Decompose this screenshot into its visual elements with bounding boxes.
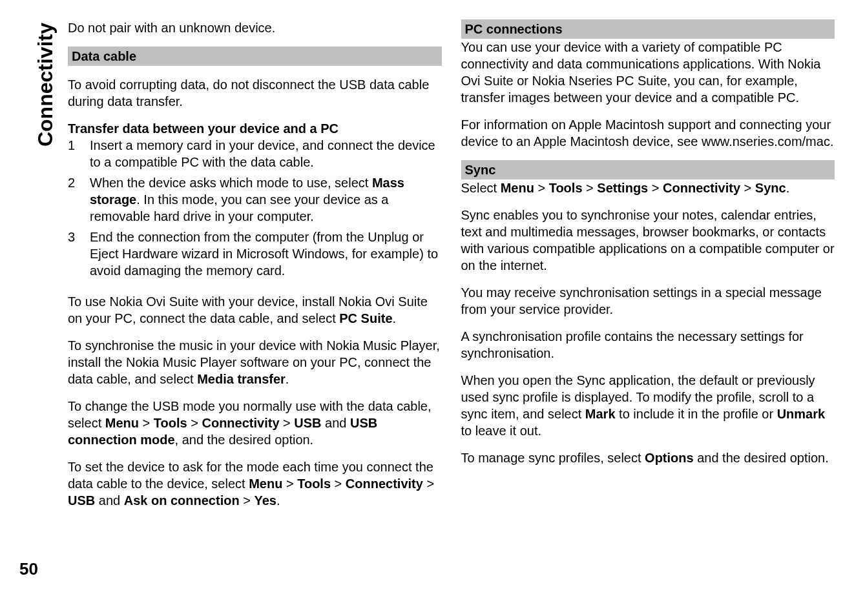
heading-data-cable: Data cable (68, 46, 442, 66)
text-fragment: > (583, 181, 598, 195)
data-cable-p5: To set the device to ask for the mode ea… (68, 458, 442, 509)
text-fragment: . (786, 181, 790, 195)
text-fragment: to include it in the profile or (616, 407, 777, 421)
bold-term: Connectivity (663, 181, 740, 195)
text-fragment: , and the desired option. (175, 433, 314, 447)
bold-term: Tools (154, 416, 187, 430)
step-item: 2 When the device asks which mode to use… (68, 174, 442, 225)
bold-term: Menu (249, 477, 282, 491)
heading-sync: Sync (461, 160, 835, 180)
text-fragment: > (187, 416, 202, 430)
bold-term: Ask on connection (124, 493, 240, 508)
text-fragment: > (280, 416, 295, 430)
text-fragment: > (534, 181, 549, 195)
text-fragment: and (95, 493, 123, 508)
text-fragment: > (240, 493, 255, 508)
page-columns: Do not pair with an unknown device. Data… (68, 19, 835, 509)
text-fragment: To manage sync profiles, select (461, 451, 645, 465)
bold-term: Media transfer (197, 372, 286, 386)
sync-p6: To manage sync profiles, select Options … (461, 449, 835, 466)
bold-term: Tools (549, 181, 583, 195)
step-text: End the connection from the computer (fr… (90, 229, 442, 279)
step-text: When the device asks which mode to use, … (90, 174, 442, 225)
bold-term: Connectivity (346, 477, 423, 491)
bold-term: Sync (755, 181, 786, 195)
text-fragment: . (393, 311, 397, 325)
text-fragment: and (322, 416, 350, 430)
text-fragment: > (740, 181, 755, 195)
sub-heading-transfer: Transfer data between your device and a … (68, 120, 442, 137)
bold-term: Unmark (777, 407, 825, 421)
sync-p5: When you open the Sync application, the … (461, 372, 835, 439)
bold-term: Tools (297, 477, 331, 491)
bold-term: Settings (597, 181, 648, 195)
data-cable-p3: To synchronise the music in your device … (68, 337, 442, 387)
bold-term: Menu (501, 181, 534, 195)
text-fragment: > (648, 181, 663, 195)
text-fragment: . (276, 493, 280, 508)
text-fragment: > (139, 416, 154, 430)
step-item: 3 End the connection from the computer (… (68, 229, 442, 279)
section-side-label-text: Connectivity (32, 23, 59, 147)
step-item: 1 Insert a memory card in your device, a… (68, 137, 442, 170)
text-fragment: . (286, 372, 289, 386)
sync-p2: Sync enables you to synchronise your not… (461, 207, 835, 274)
page-number: 50 (19, 559, 38, 580)
bold-term: USB (294, 416, 321, 430)
steps-list: 1 Insert a memory card in your device, a… (68, 137, 442, 279)
bold-term: Mark (585, 407, 616, 421)
data-cable-p4: To change the USB mode you normally use … (68, 398, 442, 448)
heading-pc-connections: PC connections (461, 19, 835, 39)
section-side-label: Connectivity (32, 0, 59, 23)
bold-term: Connectivity (202, 416, 279, 430)
text-fragment: and the desired option. (694, 451, 829, 465)
text-fragment: > (282, 477, 297, 491)
text-fragment: > (331, 477, 346, 491)
bold-term: USB (68, 493, 95, 508)
intro-text: Do not pair with an unknown device. (68, 19, 442, 36)
data-cable-p1: To avoid corrupting data, do not disconn… (68, 76, 442, 110)
bold-term: PC Suite (339, 311, 392, 325)
step-number: 3 (68, 229, 77, 279)
bold-term: Options (645, 451, 694, 465)
data-cable-p2: To use Nokia Ovi Suite with your device,… (68, 293, 442, 327)
sync-p1: Select Menu > Tools > Settings > Connect… (461, 180, 835, 196)
sync-p4: A synchronisation profile contains the n… (461, 328, 835, 362)
pc-connections-p1: You can use your device with a variety o… (461, 39, 835, 106)
text-fragment: > (423, 477, 434, 491)
sync-p3: You may receive synchronisation settings… (461, 284, 835, 318)
pc-connections-block: PC connections You can use your device w… (461, 19, 835, 150)
bold-term: Menu (105, 416, 139, 430)
step-text: Insert a memory card in your device, and… (90, 137, 442, 170)
bold-term: Yes (254, 493, 276, 508)
text-fragment: Select (461, 181, 501, 195)
step-number: 2 (68, 174, 77, 225)
pc-connections-p2: For information on Apple Macintosh suppo… (461, 116, 835, 150)
text-fragment: to leave it out. (461, 424, 542, 438)
data-cable-steps-block: Transfer data between your device and a … (68, 120, 442, 283)
right-column: PC connections You can use your device w… (461, 19, 835, 509)
step-number: 1 (68, 137, 77, 170)
text-fragment: When the device asks which mode to use, … (90, 176, 372, 190)
left-column: Do not pair with an unknown device. Data… (68, 19, 442, 509)
